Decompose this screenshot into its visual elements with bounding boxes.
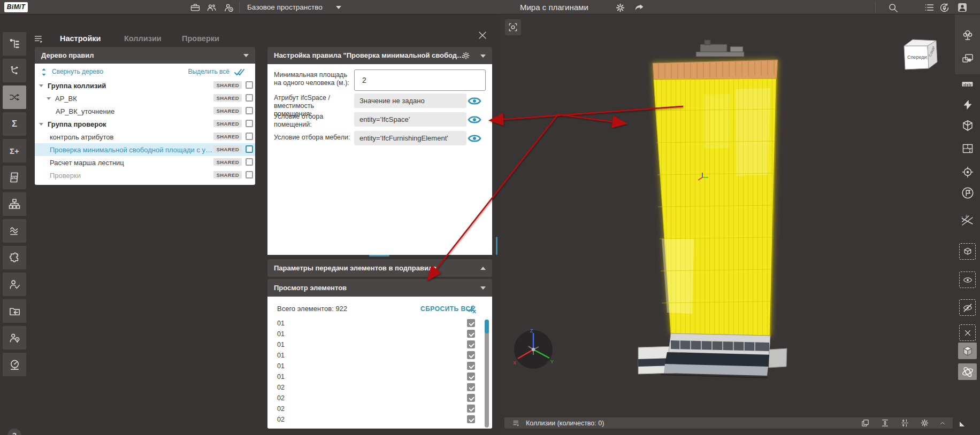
solid-view-cube-button[interactable] xyxy=(958,343,977,359)
element-checkbox[interactable] xyxy=(467,340,475,348)
panel-resize-handle-horizontal[interactable] xyxy=(369,255,389,257)
element-list-item[interactable]: 01 xyxy=(267,361,492,371)
uncheck-all-icon[interactable] xyxy=(466,305,477,314)
sigma-add-button[interactable]: Σ+ xyxy=(3,139,26,162)
hide-selection-eye-off-button[interactable] xyxy=(959,299,976,316)
tree-item-checkbox[interactable] xyxy=(246,133,253,140)
viewport-3d[interactable]: Спереди Сзади X Y Z Коллизии (количество… xyxy=(500,14,955,435)
element-checkbox[interactable] xyxy=(467,319,475,327)
projects-briefcase-icon[interactable] xyxy=(189,2,201,13)
element-list-item[interactable]: 01 xyxy=(267,318,492,329)
rule-tree-header[interactable]: Дерево правил xyxy=(35,47,255,64)
attribute-eye-icon[interactable] xyxy=(468,96,481,106)
ruler-button[interactable] xyxy=(959,76,976,92)
axis-gizmo[interactable]: X Y Z xyxy=(511,327,556,372)
environment-tree-button[interactable] xyxy=(959,27,976,43)
element-checkbox[interactable] xyxy=(467,415,475,423)
collapse-tree-link[interactable]: Свернуть дерево xyxy=(52,68,103,75)
furniture-filter-field[interactable]: entity='IfcFurnishingElement' xyxy=(354,131,466,145)
tree-item-check-group[interactable]: Группа проверок SHARED xyxy=(35,118,255,130)
element-checkbox[interactable] xyxy=(467,372,475,380)
graphs-waves-button[interactable] xyxy=(3,219,26,243)
workspace-chevron-down-icon[interactable] xyxy=(336,6,341,9)
cube-front-label[interactable]: Спереди xyxy=(907,55,927,60)
element-list-item[interactable]: 02 xyxy=(267,414,492,425)
share-icon[interactable] xyxy=(633,2,645,13)
rooms-filter-field[interactable]: entity='IfcSpace' xyxy=(354,112,466,127)
double-check-icon[interactable] xyxy=(234,67,247,77)
tab-checks[interactable]: Проверки xyxy=(182,34,219,43)
tree-item-attribute-control[interactable]: контроль атрибутов SHARED xyxy=(35,130,255,143)
elements-collapse-chevron-icon[interactable] xyxy=(480,286,486,290)
profile-clock-icon[interactable] xyxy=(223,2,234,13)
select-all-link[interactable]: Выделить всё xyxy=(188,68,229,75)
collapse-bar-chevron-up-icon[interactable] xyxy=(939,420,946,427)
selection-focus-button[interactable] xyxy=(959,50,976,67)
tree-item-checkbox[interactable] xyxy=(246,120,253,127)
tree-item-checks[interactable]: Проверки SHARED xyxy=(35,169,255,182)
rule-settings-gear-icon[interactable] xyxy=(461,51,471,60)
elements-panel-header[interactable]: Просмотр элементов xyxy=(267,279,492,297)
account-icon[interactable] xyxy=(956,2,968,13)
element-checkbox[interactable] xyxy=(467,330,475,338)
element-checkbox[interactable] xyxy=(467,383,475,391)
building-model[interactable] xyxy=(500,14,955,435)
element-list-item[interactable]: 01 xyxy=(267,371,492,382)
tree-item-checkbox[interactable] xyxy=(246,145,253,153)
isolate-selection-cube-button[interactable] xyxy=(959,243,976,260)
duplicate-icon[interactable] xyxy=(861,418,870,428)
sigma-summary-button[interactable]: Σ xyxy=(3,112,26,136)
collisions-settings-gear-icon[interactable] xyxy=(920,418,929,428)
tree-item-checkbox[interactable] xyxy=(246,94,253,102)
furniture-filter-eye-icon[interactable] xyxy=(468,133,481,144)
notifications-bell-icon[interactable] xyxy=(938,2,950,13)
element-list-item[interactable]: 02 xyxy=(267,403,492,414)
collisions-shuffle-button[interactable] xyxy=(3,86,26,109)
element-list-item[interactable]: 02 xyxy=(267,393,492,403)
chevron-down-icon[interactable] xyxy=(39,123,43,126)
orbit-navigation-button[interactable] xyxy=(958,363,977,380)
chevron-down-icon[interactable] xyxy=(39,84,43,87)
clear-selection-button[interactable] xyxy=(959,324,976,341)
structure-chart-button[interactable] xyxy=(3,192,26,216)
chevron-down-icon[interactable] xyxy=(47,97,51,100)
user-check-button[interactable] xyxy=(3,273,26,296)
gauge-dashboard-button[interactable] xyxy=(3,353,26,376)
element-checkbox[interactable] xyxy=(467,362,475,370)
tab-settings[interactable]: Настройки xyxy=(60,34,101,43)
list-menu-icon[interactable] xyxy=(923,2,935,13)
collisions-menu-icon[interactable] xyxy=(512,419,522,428)
subrules-panel-header[interactable]: Параметры передачи элементов в подправил… xyxy=(267,259,492,277)
collisions-bar[interactable]: Коллизии (количество: 0) xyxy=(504,417,953,429)
show-selection-eye-button[interactable] xyxy=(959,271,976,288)
subrules-expand-chevron-icon[interactable] xyxy=(480,267,486,270)
element-checkbox[interactable] xyxy=(467,394,475,402)
min-area-input[interactable] xyxy=(354,69,486,91)
folder-export-button[interactable] xyxy=(3,299,26,323)
floorplan-button[interactable] xyxy=(959,140,976,157)
search-icon[interactable] xyxy=(887,2,899,13)
element-checkbox[interactable] xyxy=(467,405,475,413)
workspace-selector[interactable]: Базовое пространство xyxy=(247,0,323,14)
fit-height-icon[interactable] xyxy=(881,418,890,428)
element-list-item[interactable]: 01 xyxy=(267,339,492,350)
branch-tool-button[interactable] xyxy=(3,59,26,82)
help-button[interactable]: ? xyxy=(7,429,21,435)
elements-scrollbar-track[interactable] xyxy=(485,320,489,428)
project-settings-gear-icon[interactable] xyxy=(614,2,626,13)
plugins-puzzle-button[interactable] xyxy=(3,246,26,269)
attribute-value-field[interactable]: Значение не задано xyxy=(354,94,466,108)
tree-item-checkbox[interactable] xyxy=(246,107,253,114)
locate-target-button[interactable] xyxy=(959,164,976,180)
panel-resize-handle-vertical[interactable] xyxy=(496,237,497,255)
element-list-item[interactable]: 01 xyxy=(267,329,492,339)
navigation-cube[interactable]: Спереди Сзади xyxy=(897,35,944,76)
flash-clash-button[interactable] xyxy=(959,96,976,113)
expand-collapse-icon[interactable] xyxy=(40,68,48,76)
tree-item-checkbox[interactable] xyxy=(246,81,253,89)
tree-item-collision-group[interactable]: Группа коллизий SHARED xyxy=(35,79,255,92)
tree-item-ar-vk-refine[interactable]: АР_ВК_уточнение SHARED xyxy=(35,105,255,118)
compare-versions-button[interactable]: 12 xyxy=(959,213,976,229)
flag-marker-button[interactable] xyxy=(959,184,976,201)
rule-settings-collapse-chevron-icon[interactable] xyxy=(480,55,486,58)
